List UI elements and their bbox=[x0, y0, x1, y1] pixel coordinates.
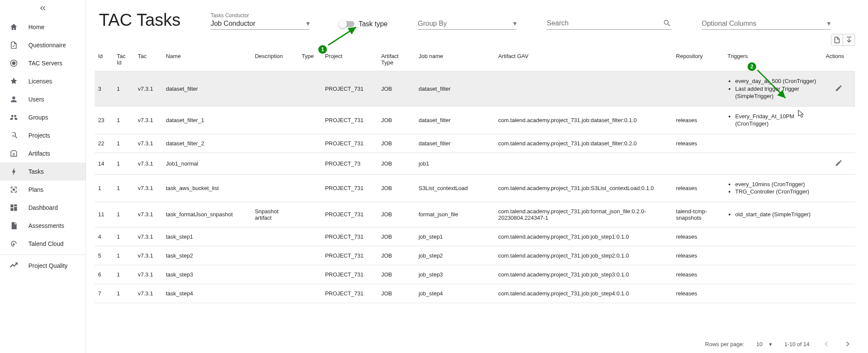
sidebar-item-label: Users bbox=[28, 96, 44, 103]
user-icon bbox=[9, 94, 19, 104]
col-job-name[interactable]: Job name bbox=[415, 48, 495, 71]
cell: dataset_filter bbox=[415, 71, 495, 107]
col-name[interactable]: Name bbox=[163, 48, 252, 71]
cell: v7.3.1 bbox=[134, 227, 162, 246]
next-page-button[interactable] bbox=[843, 339, 853, 349]
cell: PROJECT_731 bbox=[322, 134, 378, 153]
download-button[interactable] bbox=[843, 34, 855, 46]
export-button[interactable] bbox=[831, 34, 843, 46]
edit-button[interactable] bbox=[835, 84, 843, 92]
rows-per-page-select[interactable]: 10 ▾ bbox=[756, 341, 772, 347]
search-input[interactable] bbox=[547, 19, 663, 27]
table-row[interactable]: 231v7.3.1dataset_filter_1PROJECT_731JOBd… bbox=[95, 106, 855, 134]
col-id[interactable]: Id bbox=[95, 48, 114, 71]
cell: job_step3 bbox=[415, 265, 495, 284]
triggers-cell bbox=[724, 246, 822, 265]
col-triggers[interactable]: Triggers bbox=[724, 48, 822, 71]
optional-columns-select[interactable]: Optional Columns▾ bbox=[702, 19, 831, 30]
cell: JOB bbox=[378, 106, 415, 134]
table-row[interactable]: 41v7.3.1task_step1PROJECT_731JOBjob_step… bbox=[95, 227, 855, 246]
sidebar-item-plans[interactable]: Plans bbox=[0, 181, 86, 199]
plan-icon bbox=[9, 184, 19, 195]
cell bbox=[298, 71, 321, 107]
sidebar-item-project-quality[interactable]: Project Quality bbox=[0, 257, 86, 275]
col-tac-id[interactable]: Tac Id bbox=[114, 48, 135, 71]
cloud-icon bbox=[9, 239, 19, 249]
edit-button[interactable] bbox=[835, 159, 843, 167]
cell bbox=[495, 71, 672, 107]
sidebar-item-licenses[interactable]: Licenses bbox=[0, 72, 86, 90]
sidebar-item-label: Project Quality bbox=[28, 262, 68, 269]
col-actions[interactable]: Actions bbox=[822, 48, 855, 71]
table-row[interactable]: 111v7.3.1task_formatJson_snpashotSnpasho… bbox=[95, 202, 855, 227]
cell: talend-tcmp-snapshots bbox=[673, 202, 724, 227]
cell: 3 bbox=[95, 71, 114, 107]
actions-cell bbox=[822, 71, 855, 107]
sidebar-item-users[interactable]: Users bbox=[0, 90, 86, 108]
cell bbox=[251, 153, 298, 174]
cell bbox=[673, 153, 724, 174]
sidebar-item-label: Assessments bbox=[28, 222, 64, 229]
actions-cell bbox=[822, 174, 855, 202]
table-row[interactable]: 11v7.3.1task_aws_bucket_listPROJECT_731J… bbox=[95, 174, 855, 202]
col-repository[interactable]: Repository bbox=[673, 48, 724, 71]
search-box[interactable] bbox=[547, 19, 671, 30]
cell bbox=[251, 246, 298, 265]
sidebar-item-dashboard[interactable]: Dashboard bbox=[0, 199, 86, 217]
sidebar-item-artifacts[interactable]: Artifacts bbox=[0, 144, 86, 163]
table-row[interactable]: 141v7.3.1Job1_normalPROJECT_73JOBjob1 bbox=[95, 153, 855, 174]
sidebar-item-tac-servers[interactable]: TAC Servers bbox=[0, 54, 86, 72]
table-row[interactable]: 51v7.3.1task_step2PROJECT_731JOBjob_step… bbox=[95, 246, 855, 265]
task-type-toggle[interactable] bbox=[340, 21, 354, 27]
cell: task_step2 bbox=[163, 246, 252, 265]
cell: com.talend.academy.project_731.job:forma… bbox=[495, 202, 672, 227]
sidebar-item-tasks[interactable]: Tasks bbox=[0, 163, 86, 181]
sidebar-collapse-button[interactable] bbox=[0, 0, 86, 16]
cell bbox=[298, 106, 321, 134]
action-panel bbox=[86, 34, 868, 48]
cell bbox=[298, 153, 321, 174]
cell: JOB bbox=[378, 227, 415, 246]
table-row[interactable]: 221v7.3.1dataset_filter_2PROJECT_731JOBd… bbox=[95, 134, 855, 153]
sidebar-item-home[interactable]: Home bbox=[0, 18, 86, 36]
chevron-down-icon: ▾ bbox=[513, 19, 517, 28]
nav-list: HomeQuestionnaireTAC ServersLicensesUser… bbox=[0, 16, 86, 275]
chevron-down-icon: ▾ bbox=[769, 341, 772, 347]
sidebar-item-assessments[interactable]: Assessments bbox=[0, 217, 86, 235]
tasks-conductor-select[interactable]: Tasks Conductor Job Conductor▾ bbox=[211, 12, 310, 30]
col-artifact-gav[interactable]: Artifact GAV bbox=[495, 48, 672, 71]
cell bbox=[251, 174, 298, 202]
prev-page-button[interactable] bbox=[822, 339, 831, 349]
actions-cell bbox=[822, 106, 855, 134]
cell: PROJECT_731 bbox=[322, 246, 378, 265]
table-row[interactable]: 71v7.3.1task_step4PROJECT_731JOBjob_step… bbox=[95, 284, 855, 303]
trigger-item: Last added trigger Trigger (SimpleTrigge… bbox=[735, 85, 819, 100]
cell: 1 bbox=[114, 174, 135, 202]
sidebar-item-projects[interactable]: Projects bbox=[0, 126, 86, 144]
actions-cell bbox=[822, 153, 855, 174]
task-icon bbox=[9, 166, 19, 177]
col-description[interactable]: Description bbox=[251, 48, 298, 71]
cell: 7 bbox=[95, 284, 114, 303]
cell: releases bbox=[673, 174, 724, 202]
cell: dataset_filter bbox=[415, 134, 495, 153]
triggers-cell: old_start_date (SimpleTrigger) bbox=[724, 202, 822, 227]
table-row[interactable]: 31v7.3.1dataset_filterPROJECT_731JOBdata… bbox=[95, 71, 855, 107]
col-project[interactable]: Project bbox=[322, 48, 378, 71]
cell bbox=[251, 284, 298, 303]
cell: releases bbox=[673, 246, 724, 265]
group-by-select[interactable]: Group By▾ bbox=[418, 19, 517, 30]
sidebar-item-label: Tasks bbox=[28, 168, 44, 175]
cell: v7.3.1 bbox=[134, 284, 162, 303]
col-artifact-type[interactable]: Artifact Type bbox=[378, 48, 415, 71]
cell: PROJECT_731 bbox=[322, 202, 378, 227]
sidebar-item-groups[interactable]: Groups bbox=[0, 108, 86, 126]
table-row[interactable]: 61v7.3.1task_step3PROJECT_731JOBjob_step… bbox=[95, 265, 855, 284]
cell: task_step3 bbox=[163, 265, 252, 284]
chevron-right-icon bbox=[843, 339, 853, 349]
col-type[interactable]: Type bbox=[298, 48, 321, 71]
sidebar-item-talend-cloud[interactable]: Talend Cloud bbox=[0, 235, 86, 253]
col-tac[interactable]: Tac bbox=[134, 48, 162, 71]
sidebar-item-questionnaire[interactable]: Questionnaire bbox=[0, 36, 86, 54]
cell: PROJECT_73 bbox=[322, 153, 378, 174]
